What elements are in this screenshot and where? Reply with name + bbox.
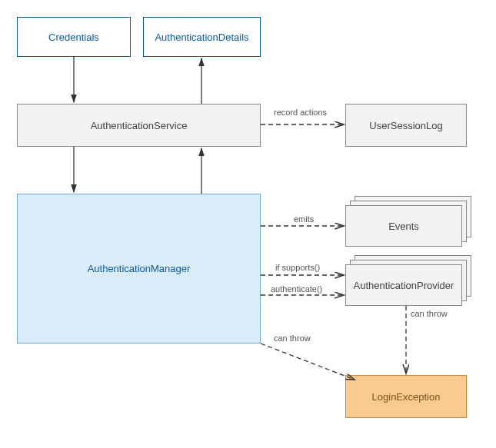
credentials-node[interactable]: Credentials [17, 17, 131, 57]
authentication-manager-node[interactable]: AuthenticationManager [17, 194, 261, 343]
edge-label-can-throw-provider: can throw [411, 309, 448, 318]
edge-label-emits: emits [294, 214, 314, 224]
authentication-service-node: AuthenticationService [17, 104, 261, 147]
events-node: Events [345, 205, 462, 247]
edge-label-can-throw-manager: can throw [274, 334, 311, 343]
authentication-provider-node: AuthenticationProvider [345, 264, 462, 306]
user-session-log-node: UserSessionLog [345, 104, 467, 147]
login-exception-node: LoginException [345, 375, 467, 418]
edge-label-authenticate: authenticate() [271, 284, 322, 294]
edge-label-record-actions: record actions [274, 108, 327, 117]
edge-manager-to-exception [261, 343, 355, 380]
edge-label-if-supports: if supports() [275, 263, 320, 272]
authentication-details-node[interactable]: AuthenticationDetails [143, 17, 261, 57]
